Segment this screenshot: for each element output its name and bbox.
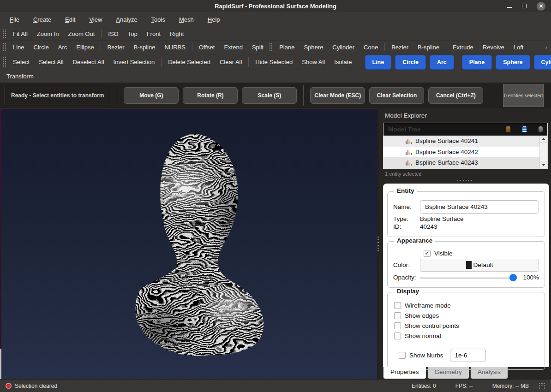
- splitter-handle-icon: [377, 237, 379, 251]
- quick-cylinder-button[interactable]: Cylinder: [534, 55, 551, 70]
- quick-plane-button[interactable]: Plane: [462, 55, 492, 70]
- overflow-chevron-icon[interactable]: ›: [544, 44, 549, 51]
- menu-analyze[interactable]: Analyze: [111, 14, 142, 25]
- btn-cone[interactable]: Cone: [359, 42, 383, 52]
- opacity-slider-handle[interactable]: [509, 274, 517, 281]
- color-value: Default: [473, 261, 493, 268]
- color-picker-button[interactable]: Default: [420, 259, 539, 272]
- cancel-button[interactable]: Cancel (Ctrl+Z): [428, 87, 483, 104]
- btn-top[interactable]: Top: [123, 29, 142, 39]
- transform-toolbar: Ready - Select entities to transform Mov…: [0, 83, 551, 108]
- btn-circle[interactable]: Circle: [29, 42, 54, 52]
- menu-file[interactable]: File: [5, 14, 24, 25]
- btn-deselect-all[interactable]: Deselect All: [68, 57, 109, 67]
- btn-nurbs[interactable]: NURBS: [160, 42, 190, 52]
- btn-offset[interactable]: Offset: [194, 42, 219, 52]
- separator: [161, 57, 162, 66]
- tree-header-icon-3[interactable]: [539, 126, 543, 132]
- btn-bezier-surface[interactable]: Bezier: [387, 42, 413, 52]
- quick-circle-button[interactable]: Circle: [395, 55, 426, 70]
- btn-clear-all[interactable]: Clear All: [215, 57, 246, 67]
- btn-line[interactable]: Line: [8, 42, 29, 52]
- btn-hide-selected[interactable]: Hide Selected: [251, 57, 297, 67]
- quick-sphere-button[interactable]: Sphere: [496, 55, 530, 70]
- wireframe-checkbox[interactable]: [394, 302, 401, 309]
- btn-fit-all[interactable]: Fit All: [8, 29, 32, 39]
- scale-button[interactable]: Scale (S): [242, 87, 297, 104]
- scroll-down-button[interactable]: [540, 161, 547, 168]
- btn-bspline-surface[interactable]: B-spline: [413, 42, 444, 52]
- btn-front[interactable]: Front: [142, 29, 165, 39]
- btn-zoom-in[interactable]: Zoom In: [32, 29, 64, 39]
- toolbar-grip[interactable]: [3, 57, 6, 67]
- btn-iso[interactable]: ISO: [103, 29, 123, 39]
- toolbar-selection: Select Select All Deselect All Invert Se…: [0, 54, 551, 70]
- toolbar-grip[interactable]: [3, 42, 6, 52]
- btn-extend[interactable]: Extend: [219, 42, 247, 52]
- menu-edit[interactable]: Edit: [60, 14, 80, 25]
- btn-ellipse[interactable]: Ellipse: [72, 42, 98, 52]
- maximize-icon[interactable]: [522, 4, 527, 8]
- btn-loft[interactable]: Loft: [509, 42, 528, 52]
- menu-create[interactable]: Create: [29, 14, 56, 25]
- menu-mesh[interactable]: Mesh: [174, 14, 198, 25]
- tree-header-icon-1[interactable]: [506, 126, 510, 132]
- quick-line-button[interactable]: Line: [365, 55, 392, 70]
- btn-select[interactable]: Select: [8, 57, 34, 67]
- btn-invert-selection[interactable]: Invert Selection: [109, 57, 160, 67]
- nurbs-tolerance-input[interactable]: [450, 349, 486, 362]
- bust-model: [0, 109, 377, 379]
- btn-isolate[interactable]: Isolate: [329, 57, 356, 67]
- transform-status: Ready - Select entities to transform: [5, 86, 110, 105]
- rotate-button[interactable]: Rotate (R): [183, 87, 238, 104]
- close-icon[interactable]: ✕: [537, 2, 545, 11]
- horizontal-splitter[interactable]: [379, 178, 551, 184]
- show-normal-checkbox[interactable]: [394, 333, 401, 339]
- toolbar-grip[interactable]: [3, 29, 6, 38]
- visible-checkbox[interactable]: [424, 250, 431, 257]
- tree-item-40243[interactable]: Bspline Surface 40243: [383, 157, 547, 168]
- scroll-up-button[interactable]: [540, 136, 547, 143]
- separator: [248, 57, 249, 66]
- btn-cylinder[interactable]: Cylinder: [328, 42, 359, 52]
- properties-panel: Entity Name: Type: Bspline Surface ID: 4…: [383, 184, 549, 367]
- tree-item-40242[interactable]: Bspline Surface 40242: [383, 147, 547, 158]
- minimize-icon[interactable]: [507, 7, 512, 8]
- btn-zoom-out[interactable]: Zoom Out: [63, 29, 99, 39]
- clear-selection-button[interactable]: Clear Selection: [369, 87, 424, 104]
- btn-select-all[interactable]: Select All: [34, 57, 68, 67]
- btn-split[interactable]: Split: [247, 42, 268, 52]
- btn-extrude[interactable]: Extrude: [448, 42, 478, 52]
- toolbar-grip[interactable]: [269, 42, 272, 52]
- show-control-points-label: Show control points: [405, 322, 459, 329]
- btn-delete-selected[interactable]: Delete Selected: [163, 57, 215, 67]
- viewport-3d[interactable]: [0, 108, 377, 379]
- transform-label: Transform: [2, 71, 38, 81]
- tree-scrollbar[interactable]: [539, 136, 547, 168]
- opacity-slider[interactable]: [420, 273, 516, 282]
- show-control-points-checkbox[interactable]: [394, 322, 401, 329]
- btn-plane[interactable]: Plane: [275, 42, 299, 52]
- btn-bezier[interactable]: Bezier: [103, 42, 129, 52]
- panel-splitter[interactable]: [377, 108, 379, 379]
- quick-arc-button[interactable]: Arc: [430, 55, 454, 70]
- menu-help[interactable]: Help: [203, 14, 225, 25]
- btn-right[interactable]: Right: [165, 29, 188, 39]
- btn-revolve[interactable]: Revolve: [478, 42, 509, 52]
- scroll-down-icon: [542, 164, 545, 166]
- tree-item-40241[interactable]: Bspline Surface 40241: [383, 136, 547, 147]
- resize-grip-icon[interactable]: [539, 383, 545, 389]
- tab-properties[interactable]: Properties: [383, 367, 426, 379]
- btn-sphere[interactable]: Sphere: [299, 42, 328, 52]
- show-nurbs-checkbox[interactable]: [399, 352, 406, 359]
- btn-show-all[interactable]: Show All: [297, 57, 329, 67]
- menu-tools[interactable]: Tools: [147, 14, 170, 25]
- btn-arc[interactable]: Arc: [54, 42, 72, 52]
- name-input[interactable]: [420, 200, 539, 214]
- menu-view[interactable]: View: [84, 14, 107, 25]
- move-button[interactable]: Move (G): [124, 87, 179, 104]
- clear-mode-button[interactable]: Clear Mode (ESC): [310, 87, 365, 104]
- tree-header-icon-2[interactable]: [522, 126, 527, 132]
- btn-bspline[interactable]: B-spline: [129, 42, 160, 52]
- show-edges-checkbox[interactable]: [394, 312, 401, 319]
